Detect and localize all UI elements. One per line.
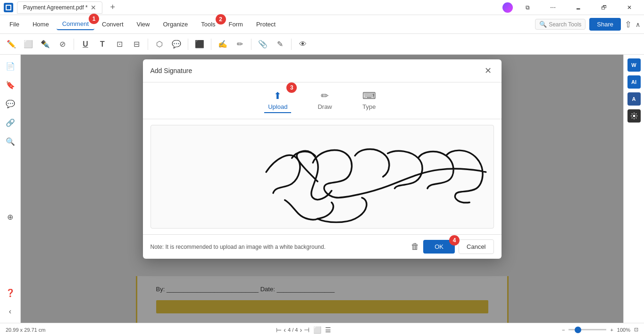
sidebar-links-icon[interactable]: 🔗 xyxy=(3,115,18,130)
left-sidebar: 📄 🔖 💬 🔗 🔍 ⊕ ❓ ‹ xyxy=(0,55,21,323)
page-navigation: ⊢ ‹ 4 / 4 › ⊣ xyxy=(276,326,309,334)
sidebar-bookmarks-icon[interactable]: 🔖 xyxy=(3,77,18,92)
step-badge-2: 2 xyxy=(216,14,226,25)
sidebar-prev-icon[interactable]: ‹ xyxy=(3,304,18,319)
tool-pen[interactable]: ✒️ xyxy=(38,37,53,52)
menu-view[interactable]: View xyxy=(131,19,156,30)
dialog-header: Add Signature ✕ xyxy=(143,59,502,82)
next-page-button[interactable]: › xyxy=(300,326,302,334)
sidebar-comments-icon[interactable]: 💬 xyxy=(3,96,18,111)
menu-form[interactable]: Form xyxy=(223,19,249,30)
word-plugin-icon[interactable]: W xyxy=(627,58,641,72)
scroll-mode-button[interactable]: ☰ xyxy=(325,326,331,334)
last-page-button[interactable]: ⊣ xyxy=(304,326,309,334)
fit-page-button[interactable]: ⊡ xyxy=(634,327,638,333)
title-bar: Payment Agreement.pdf * ✕ + ⧉ ⋯ 🗕 🗗 ✕ xyxy=(0,0,644,15)
user-avatar[interactable] xyxy=(502,2,513,13)
delete-signature-button[interactable]: 🗑 xyxy=(411,242,419,252)
title-bar-controls: ⧉ ⋯ 🗕 🗗 ✕ xyxy=(502,0,640,15)
modal-overlay: Add Signature ✕ 3 ⬆ Upload ✏ Draw ⌨ xyxy=(21,55,623,323)
tool-pencil[interactable]: ✏ xyxy=(232,37,247,52)
add-signature-dialog: Add Signature ✕ 3 ⬆ Upload ✏ Draw ⌨ xyxy=(143,59,502,259)
menu-protect[interactable]: Protect xyxy=(251,19,281,30)
dialog-action-buttons: 🗑 OK 4 Cancel xyxy=(411,239,493,254)
menu-bar: File Home Comment 1 Convert View Organiz… xyxy=(0,15,644,34)
tool-sign[interactable]: ✍ xyxy=(215,37,230,52)
step-badge-3: 3 xyxy=(286,82,297,93)
settings-icon[interactable] xyxy=(627,109,641,123)
tab-close-button[interactable]: ✕ xyxy=(91,4,96,11)
tool-shapes[interactable]: ⬡ xyxy=(152,37,167,52)
tab-type[interactable]: ⌨ Type xyxy=(359,88,380,113)
type-tab-label: Type xyxy=(362,103,376,110)
toolbar-separator-1 xyxy=(74,39,74,50)
tool-underline[interactable]: U xyxy=(78,37,93,52)
tool-textbox[interactable]: ⊡ xyxy=(112,37,127,52)
page-number: 4 / 4 xyxy=(288,327,298,333)
page-dimensions: 20.99 x 29.71 cm xyxy=(6,327,45,333)
new-tab-button[interactable]: + xyxy=(106,1,119,14)
tool-highlight[interactable]: ✏️ xyxy=(4,37,19,52)
upload-tab-label: Upload xyxy=(268,103,287,110)
collapse-icon[interactable]: ∧ xyxy=(636,21,640,28)
share-button[interactable]: Share xyxy=(589,18,621,31)
zoom-out-button[interactable]: − xyxy=(562,327,565,333)
menu-organize[interactable]: Organize xyxy=(157,19,193,30)
signature-image xyxy=(151,125,493,228)
window-minimize-button[interactable]: 🗕 xyxy=(568,0,589,15)
tool-comment[interactable]: ✎ xyxy=(272,37,287,52)
cancel-button[interactable]: Cancel xyxy=(459,239,493,254)
tool-attachment[interactable]: 📎 xyxy=(255,37,270,52)
menu-tools[interactable]: Tools 2 xyxy=(195,19,221,30)
toolbar-separator-3 xyxy=(188,39,188,50)
right-sidebar: W AI A xyxy=(623,55,644,323)
tool-area-highlight[interactable]: ⬜ xyxy=(21,37,36,52)
tool-preview[interactable]: 👁 xyxy=(295,37,310,52)
window-menu-button[interactable]: ⋯ xyxy=(542,0,564,15)
upload-cloud-icon[interactable]: ⇧ xyxy=(625,19,632,30)
toolbar-separator-6 xyxy=(291,39,292,50)
tab-draw[interactable]: ✏ Draw xyxy=(314,88,335,113)
first-page-button[interactable]: ⊢ xyxy=(276,326,282,334)
signature-preview-area xyxy=(151,125,494,229)
window-close-button[interactable]: ✕ xyxy=(619,0,640,15)
tab-upload[interactable]: 3 ⬆ Upload xyxy=(264,88,291,113)
prev-page-button[interactable]: ‹ xyxy=(284,326,286,334)
upload-tab-icon: ⬆ xyxy=(274,90,282,101)
search-tools-label: Search Tools xyxy=(549,21,581,28)
window-restore-button[interactable]: ⧉ xyxy=(517,0,538,15)
view-mode-button[interactable]: ⬜ xyxy=(313,326,321,334)
search-icon: 🔍 xyxy=(539,21,547,28)
toolbar-separator-4 xyxy=(211,39,211,50)
ai-plugin-icon[interactable]: AI xyxy=(627,75,641,89)
tool-note[interactable]: 💬 xyxy=(169,37,184,52)
dialog-note: Note: It is recommended to upload an ima… xyxy=(151,244,326,250)
dialog-tabs: 3 ⬆ Upload ✏ Draw ⌨ Type xyxy=(143,82,502,119)
draw-tab-icon: ✏ xyxy=(321,90,329,101)
sidebar-pages-icon[interactable]: 📄 xyxy=(3,58,18,74)
sidebar-search-icon[interactable]: 🔍 xyxy=(3,134,18,149)
menu-file[interactable]: File xyxy=(4,19,25,30)
zoom-in-button[interactable]: + xyxy=(610,327,613,333)
menu-convert[interactable]: Convert xyxy=(96,19,129,30)
menu-home[interactable]: Home xyxy=(27,19,55,30)
draw-tab-label: Draw xyxy=(318,103,332,110)
window-maximize-button[interactable]: 🗗 xyxy=(593,0,615,15)
tool-eraser[interactable]: ⊘ xyxy=(55,37,70,52)
tool-text[interactable]: T xyxy=(95,37,110,52)
zoom-slider[interactable] xyxy=(569,329,606,330)
sidebar-help-icon[interactable]: ❓ xyxy=(3,285,18,300)
tab-title: Payment Agreement.pdf * xyxy=(23,4,88,11)
toolbar: ✏️ ⬜ ✒️ ⊘ U T ⊡ ⊟ ⬡ 💬 ⬛ ✍ ✏ 📎 ✎ 👁 xyxy=(0,34,644,55)
sidebar-layers-icon[interactable]: ⊕ xyxy=(3,210,18,225)
toolbar-separator-2 xyxy=(148,39,148,50)
current-tab[interactable]: Payment Agreement.pdf * ✕ xyxy=(17,1,102,14)
tool-callout[interactable]: ⊟ xyxy=(129,37,144,52)
search-tools-box[interactable]: 🔍 Search Tools xyxy=(535,19,585,30)
tool-stamp[interactable]: ⬛ xyxy=(192,37,207,52)
status-bar: 20.99 x 29.71 cm ⊢ ‹ 4 / 4 › ⊣ ⬜ ☰ − + 1… xyxy=(0,323,644,336)
word-plugin-icon-2[interactable]: A xyxy=(627,92,641,106)
dialog-close-button[interactable]: ✕ xyxy=(483,65,494,76)
menu-comment[interactable]: Comment 1 xyxy=(57,18,94,30)
toolbar-separator-5 xyxy=(251,39,251,50)
